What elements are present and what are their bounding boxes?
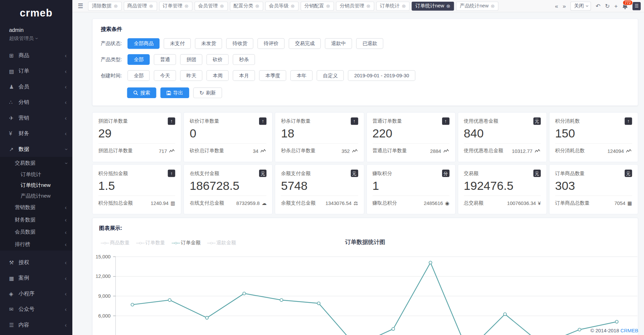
sidebar-item-marketing-data[interactable]: 营销数据 ‹ — [0, 201, 72, 214]
close-tabs-dropdown[interactable]: 关闭 ‹ — [570, 1, 591, 10]
add-icon[interactable]: + — [614, 3, 618, 9]
tab-close-icon[interactable]: ⊗ — [114, 3, 118, 9]
sidebar-item-order-stats-new[interactable]: 订单统计new — [0, 180, 72, 191]
sidebar-item-marketing[interactable]: ✈ 营销 ‹ — [0, 110, 72, 126]
chevron-left-icon: ‹ — [65, 291, 67, 297]
notification-bell-icon[interactable]: 772 — [622, 3, 628, 9]
sidebar-item-goods[interactable]: ⊞ 商品 ‹ — [0, 48, 72, 63]
tab-close-icon[interactable]: ⊗ — [291, 3, 295, 9]
sidebar-item-authorization[interactable]: ⚒ 授权 ‹ — [0, 255, 72, 270]
sidebar-item-member-data[interactable]: 会员数据 ‹ — [0, 226, 72, 238]
sidebar-item-members[interactable]: ♟ 会员 ‹ — [0, 79, 72, 94]
status-option-to-receive[interactable]: 待收货 — [226, 38, 254, 49]
export-button[interactable]: 导出 — [160, 87, 189, 98]
fen-icon: 分 — [442, 170, 449, 177]
sidebar-item-distribution[interactable]: ∴ 分销 ‹ — [0, 94, 72, 110]
legend-item-order-count[interactable]: ─○─订单数量 — [136, 240, 165, 247]
refresh-button[interactable]: ↻ 刷新 — [193, 87, 222, 98]
sidebar-item-finance-data[interactable]: 财务数据 ‹ — [0, 214, 72, 226]
crmeb-logo: crmeb — [0, 0, 72, 26]
sidebar-item-order-stats[interactable]: 订单统计 — [0, 169, 72, 180]
type-option-normal[interactable]: 普通 — [154, 54, 176, 65]
user-role-dropdown[interactable]: 超级管理员 ‹ — [9, 35, 72, 42]
time-option-yesterday[interactable]: 昨天 — [180, 70, 203, 81]
type-option-all[interactable]: 全部 — [128, 54, 150, 65]
notification-count-badge: 772 — [622, 0, 633, 5]
tab-config-category[interactable]: 配置分类⊗ — [230, 1, 263, 10]
legend-item-goods-count[interactable]: ─○─商品数量 — [101, 240, 130, 247]
yuan-icon: 元 — [351, 170, 358, 177]
sidebar-item-settings[interactable]: ⚙ 设置 ‹ — [0, 333, 72, 335]
tab-close-icon[interactable]: ⊗ — [184, 3, 188, 9]
sidebar-item-miniprogram[interactable]: ◈ 小程序 ‹ — [0, 286, 72, 301]
type-option-bargain[interactable]: 砍价 — [207, 54, 229, 65]
sidebar-item-cases[interactable]: ▦ 案例 ‹ — [0, 270, 72, 286]
stat-card-bargain-orders: 砍价订单数量↑ 0 砍价总订单数量34 — [183, 112, 273, 162]
tab-product-stats-new[interactable]: 产品统计new⊗ — [456, 1, 499, 10]
time-option-all[interactable]: 全部 — [128, 70, 150, 81]
tab-close-icon[interactable]: ⊗ — [220, 3, 224, 9]
search-button[interactable]: 搜索 — [127, 87, 156, 98]
legend-item-order-amount[interactable]: ─○─订单金额 — [172, 240, 201, 247]
scroll-tabs-right-icon[interactable]: » — [563, 3, 566, 9]
crmeb-link[interactable]: CRMEB — [620, 328, 638, 333]
status-option-to-review[interactable]: 待评价 — [258, 38, 285, 49]
tab-order-manage[interactable]: 订单管理⊗ — [159, 1, 192, 10]
product-type-row: 产品类型: 全部 普通 拼团 砍价 秒杀 — [101, 54, 630, 65]
tab-close-icon[interactable]: ⊗ — [149, 3, 153, 9]
chevron-left-icon: ‹ — [65, 84, 67, 90]
tab-close-icon[interactable]: ⊗ — [255, 3, 259, 9]
status-option-refunding[interactable]: 退款中 — [325, 38, 352, 49]
sidebar-item-finance[interactable]: ¥ 财务 ‹ — [0, 126, 72, 141]
legend-item-refund-amount[interactable]: ─○─退款金额 — [207, 240, 236, 247]
sidebar-item-data[interactable]: ↗ 数据 ‹ — [0, 141, 72, 157]
pages-icon: ☰ — [9, 322, 19, 328]
tab-close-icon[interactable]: ⊗ — [366, 3, 370, 9]
card-icon: ▥ — [171, 200, 175, 206]
tab-distributor-manage[interactable]: 分销员管理⊗ — [336, 1, 374, 10]
collapse-sidebar-icon[interactable]: ☰ — [76, 2, 85, 10]
sidebar-item-content[interactable]: ☰ 内容 ‹ — [0, 317, 72, 333]
time-option-month[interactable]: 本月 — [233, 70, 255, 81]
date-range-button[interactable]: 2019-09-01 - 2019-09-30 — [348, 70, 415, 81]
tab-order-stats-new[interactable]: 订单统计new⊗ — [412, 1, 454, 10]
goods-icon: ⊞ — [9, 52, 19, 58]
type-option-group[interactable]: 拼团 — [180, 54, 203, 65]
status-option-unpaid[interactable]: 未支付 — [164, 38, 191, 49]
time-option-year[interactable]: 本年 — [290, 70, 313, 81]
arrow-up-icon: ↑ — [625, 118, 632, 125]
sidebar-item-official-account[interactable]: ✉ 公众号 ‹ — [0, 301, 72, 317]
status-option-all[interactable]: 全部商品 — [128, 38, 159, 49]
refresh-icon[interactable]: ↻ — [605, 3, 610, 9]
scroll-tabs-left-icon[interactable]: « — [555, 3, 558, 9]
time-option-custom[interactable]: 自定义 — [317, 70, 344, 81]
status-option-unshipped[interactable]: 未发货 — [195, 38, 222, 49]
tab-distribution-config[interactable]: 分销配置⊗ — [300, 1, 334, 10]
status-option-completed[interactable]: 交易完成 — [289, 38, 321, 49]
sidebar-item-orders[interactable]: ▤ 订单 ‹ — [0, 63, 72, 79]
yen-icon: ¥ — [538, 200, 541, 206]
tab-close-icon[interactable]: ⊗ — [446, 3, 450, 9]
tab-close-icon[interactable]: ⊗ — [402, 3, 406, 9]
tab-member-level[interactable]: 会员等级⊗ — [265, 1, 298, 10]
tab-close-icon[interactable]: ⊗ — [491, 3, 495, 9]
message-list-icon[interactable]: ☰ — [633, 2, 641, 10]
tab-member-manage[interactable]: 会员管理⊗ — [194, 1, 228, 10]
app-frame: crmeb admin 超级管理员 ‹ ⊞ 商品 ‹ ▤ 订单 ‹ ♟ 会员 ‹ — [0, 0, 644, 335]
type-option-seckill[interactable]: 秒杀 — [233, 54, 255, 65]
sidebar-item-trade-data[interactable]: 交易数据 ‹ — [0, 157, 72, 169]
status-option-refunded[interactable]: 已退款 — [356, 38, 384, 49]
time-option-quarter[interactable]: 本季度 — [259, 70, 286, 81]
time-option-today[interactable]: 今天 — [154, 70, 176, 81]
tab-order-stats[interactable]: 订单统计⊗ — [376, 1, 409, 10]
time-option-week[interactable]: 本周 — [207, 70, 229, 81]
tab-clear-data[interactable]: 清除数据⊗ — [88, 1, 121, 10]
chevron-left-icon: ‹ — [65, 99, 67, 105]
tab-product-manage[interactable]: 商品管理⊗ — [123, 1, 157, 10]
tab-close-icon[interactable]: ⊗ — [326, 3, 330, 9]
sidebar-item-product-stats-new[interactable]: 产品统计new — [0, 191, 72, 201]
undo-icon[interactable]: ↶ — [596, 3, 600, 9]
chevron-left-icon: ‹ — [65, 259, 67, 265]
sidebar-item-ranking[interactable]: 排行榜 ‹ — [0, 238, 72, 251]
stat-value: 840 — [464, 127, 541, 141]
